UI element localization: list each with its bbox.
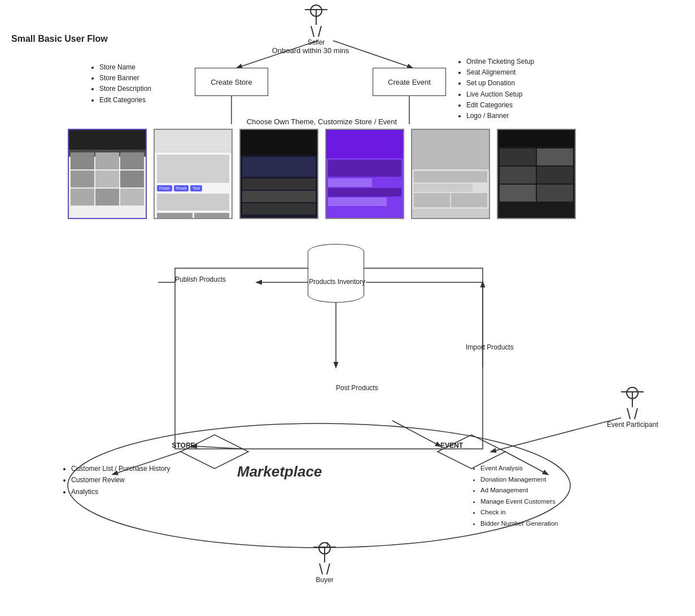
bullet-live-auction: Live Auction Setup <box>466 89 534 100</box>
publish-products-label: Publish Products <box>175 276 226 283</box>
bullet-event-analysis: Event Analysis <box>480 463 558 474</box>
buyer-figure: Buyer <box>313 542 336 584</box>
participant-label: Event Participant <box>607 421 658 429</box>
participant-body <box>632 392 633 407</box>
theme-thumb-4[interactable] <box>325 129 404 219</box>
create-event-box: Create Event <box>373 68 446 96</box>
buyer-body <box>324 548 325 562</box>
create-event-label: Create Event <box>388 78 431 86</box>
bullet-customer-review: Customer Review <box>71 474 170 486</box>
participant-stick-figure <box>607 387 658 420</box>
buyer-label: Buyer <box>313 576 336 584</box>
bullet-logo-banner: Logo / Banner <box>466 111 534 121</box>
theme-thumb-3[interactable] <box>239 129 318 219</box>
bullet-check-in: Check in <box>480 507 558 518</box>
page: Small Basic User Flow Seller Onboard wit… <box>0 0 695 616</box>
buyer-legs <box>319 563 330 575</box>
participant-leg-right <box>634 408 638 420</box>
buyer-stick-figure <box>313 542 336 575</box>
seller-legs <box>311 26 322 37</box>
bullet-customer-list: Customer List / Purchase History <box>71 463 170 474</box>
theme-thumb-5[interactable] <box>411 129 490 219</box>
event-participant-figure: Event Participant <box>607 387 658 429</box>
page-title: Small Basic User Flow <box>11 34 108 44</box>
participant-leg-left <box>627 408 631 420</box>
participant-legs <box>627 408 638 420</box>
bullet-donation-management: Donation Management <box>480 474 558 486</box>
create-store-label: Create Store <box>211 78 252 86</box>
themes-row: Finish Finish Text <box>68 129 576 219</box>
bullet-edit-categories-event: Edit Categories <box>466 100 534 111</box>
import-products-label: Import Products <box>466 343 514 351</box>
bullet-store-description: Store Description <box>99 84 151 94</box>
bullet-seat-alignement: Seat Alignement <box>466 67 534 78</box>
post-products-label: Post Products <box>336 384 378 392</box>
store-feature-bullets: Customer List / Purchase History Custome… <box>62 463 170 497</box>
theme-thumb-2[interactable]: Finish Finish Text <box>154 129 233 219</box>
bullet-online-ticketing: Online Ticketing Setup <box>466 56 534 67</box>
bullet-ad-management: Ad Management <box>480 485 558 496</box>
products-inventory-db <box>308 244 364 306</box>
seller-leg-left <box>311 26 314 37</box>
create-store-box: Create Store <box>195 68 268 96</box>
theme-thumb-6[interactable] <box>497 129 576 219</box>
buyer-leg-right <box>326 563 330 575</box>
bullet-store-banner: Store Banner <box>99 73 151 84</box>
bullet-store-name: Store Name <box>99 62 151 73</box>
db-body <box>308 252 364 303</box>
bullet-manage-event-customers: Manage Event Customers <box>480 496 558 508</box>
event-feature-bullets: Event Analysis Donation Management Ad Ma… <box>471 463 558 529</box>
store-setup-bullets: Store Name Store Banner Store Descriptio… <box>90 62 151 106</box>
theme-section-label: Choose Own Theme, Customize Store / Even… <box>237 117 406 126</box>
event-diamond-label: EVENT <box>429 442 474 449</box>
seller-label: Seller <box>305 38 327 46</box>
store-diamond-label: STORE <box>161 442 206 449</box>
bullet-set-up-donation: Set up Donation <box>466 78 534 89</box>
bullet-bidder-number: Bidder Number Generation <box>480 518 558 530</box>
event-setup-bullets: Online Ticketing Setup Seat Alignement S… <box>457 56 534 121</box>
marketplace-label: Marketplace <box>237 463 322 480</box>
onboard-text: Onboard within 30 mins <box>254 46 367 55</box>
bullet-analytics: Analytics <box>71 486 170 497</box>
bullet-edit-categories-store: Edit Categories <box>99 95 151 106</box>
buyer-leg-left <box>319 563 323 575</box>
seller-stick-figure <box>305 5 327 37</box>
seller-body <box>316 10 317 25</box>
svg-line-7 <box>491 418 621 452</box>
seller-figure: Seller <box>305 5 327 46</box>
seller-leg-right <box>318 26 322 37</box>
theme-thumb-1[interactable] <box>68 129 147 219</box>
products-inventory-label: Products Inventory <box>306 278 368 286</box>
